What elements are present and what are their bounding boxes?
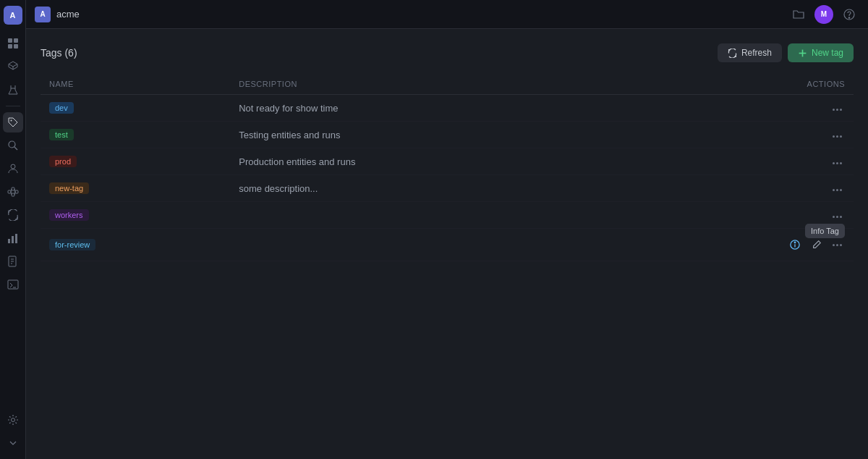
sidebar-item-search[interactable] bbox=[3, 135, 23, 156]
tag-actions-menu bbox=[830, 159, 845, 167]
table-header-row: Name Description Actions bbox=[41, 74, 854, 95]
topbar-folder-button[interactable] bbox=[788, 4, 809, 25]
topbar-help-button[interactable] bbox=[839, 4, 859, 25]
tag-name-cell: new-tag bbox=[41, 175, 230, 202]
sidebar-item-refresh[interactable] bbox=[3, 205, 23, 225]
table-row: for-reviewInfo Tag bbox=[41, 229, 854, 261]
info-tag-button[interactable] bbox=[786, 236, 804, 253]
svg-rect-1 bbox=[14, 38, 18, 43]
svg-rect-19 bbox=[12, 236, 14, 243]
plus-icon bbox=[798, 49, 807, 58]
edit-tag-button[interactable] bbox=[808, 236, 825, 253]
tag-name-cell: test bbox=[41, 122, 230, 148]
svg-line-17 bbox=[14, 192, 15, 195]
sidebar-item-dashboard[interactable] bbox=[3, 33, 23, 54]
col-header-description: Description bbox=[230, 74, 628, 95]
page-header: Tags (6) Refresh New tag bbox=[41, 43, 854, 62]
three-dots-menu[interactable] bbox=[830, 213, 845, 221]
tag-description-cell bbox=[230, 229, 628, 261]
three-dots-menu[interactable] bbox=[830, 106, 845, 114]
tag-actions-menu bbox=[830, 213, 845, 221]
svg-point-29 bbox=[848, 17, 849, 17]
svg-rect-0 bbox=[8, 38, 12, 43]
tag-name-cell: prod bbox=[41, 148, 230, 175]
table-row: workers bbox=[41, 202, 854, 229]
svg-point-7 bbox=[9, 141, 15, 148]
col-header-name: Name bbox=[41, 74, 230, 95]
tag-description-cell: Not ready for show time bbox=[230, 95, 628, 122]
svg-line-14 bbox=[11, 189, 12, 192]
tag-actions-cell bbox=[628, 202, 854, 229]
tags-table: Name Description Actions devNot ready fo… bbox=[41, 74, 854, 261]
sidebar-item-users[interactable] bbox=[3, 159, 23, 179]
new-tag-button[interactable]: New tag bbox=[788, 43, 854, 62]
tag-badge: for-review bbox=[49, 239, 95, 250]
table-row: testTesting entities and runs bbox=[41, 122, 854, 148]
tag-description-cell bbox=[230, 202, 628, 229]
main-panel: A acme M Tags (6) Refresh New tag bbox=[26, 0, 868, 459]
tag-description-cell: Testing entities and runs bbox=[230, 122, 628, 148]
svg-line-8 bbox=[14, 147, 17, 150]
sidebar-bottom bbox=[3, 410, 23, 453]
svg-point-6 bbox=[10, 120, 12, 122]
svg-rect-10 bbox=[8, 190, 11, 193]
tooltip-container: Info Tag bbox=[830, 241, 845, 249]
svg-line-16 bbox=[14, 189, 15, 192]
topbar-user-avatar[interactable]: M bbox=[814, 5, 833, 24]
tag-badge: test bbox=[49, 129, 74, 140]
svg-rect-11 bbox=[12, 188, 14, 190]
refresh-button[interactable]: Refresh bbox=[718, 43, 782, 62]
page-actions: Refresh New tag bbox=[718, 43, 854, 62]
three-dots-menu[interactable] bbox=[830, 186, 845, 194]
svg-rect-12 bbox=[12, 193, 14, 196]
sidebar-item-reports[interactable] bbox=[3, 251, 23, 271]
tag-description-cell: some description... bbox=[230, 175, 628, 202]
col-header-actions: Actions bbox=[628, 74, 854, 95]
tag-name-cell: for-review bbox=[41, 229, 230, 261]
tag-description-cell: Production entities and runs bbox=[230, 148, 628, 175]
sidebar-item-terminal[interactable] bbox=[3, 274, 23, 295]
tag-description: Testing entities and runs bbox=[239, 130, 340, 140]
svg-point-34 bbox=[794, 242, 795, 243]
svg-rect-18 bbox=[8, 239, 10, 243]
sidebar-item-models[interactable] bbox=[3, 56, 23, 77]
sidebar-item-experiments[interactable] bbox=[3, 80, 23, 100]
tag-actions-cell: Info Tag bbox=[628, 229, 854, 261]
tag-actions-cell bbox=[628, 175, 854, 202]
sidebar-item-pipelines[interactable] bbox=[3, 182, 23, 202]
tag-badge: workers bbox=[49, 209, 89, 221]
tag-description: some description... bbox=[239, 183, 318, 194]
tag-description: Not ready for show time bbox=[239, 103, 338, 114]
table-row: prodProduction entities and runs bbox=[41, 148, 854, 175]
sidebar: A bbox=[0, 0, 26, 459]
sidebar-item-tags[interactable] bbox=[3, 112, 23, 132]
sidebar-item-analytics[interactable] bbox=[3, 228, 23, 248]
sidebar-item-settings[interactable] bbox=[3, 410, 23, 430]
svg-point-9 bbox=[11, 164, 15, 169]
app-logo: A bbox=[4, 6, 22, 25]
tag-name-cell: dev bbox=[41, 95, 230, 122]
svg-rect-20 bbox=[15, 234, 17, 243]
three-dots-menu[interactable] bbox=[830, 159, 845, 167]
topbar: A acme M bbox=[26, 0, 868, 29]
sidebar-item-expand[interactable] bbox=[3, 433, 23, 453]
table-row: new-tagsome description... bbox=[41, 175, 854, 202]
svg-rect-13 bbox=[15, 190, 18, 193]
topbar-logo: A bbox=[35, 7, 51, 22]
tag-actions-cell bbox=[628, 95, 854, 122]
page-title: Tags (6) bbox=[41, 47, 77, 59]
tag-actions-menu bbox=[830, 186, 845, 194]
app-name: acme bbox=[56, 9, 80, 20]
new-tag-label: New tag bbox=[812, 48, 843, 58]
tag-actions-cell bbox=[628, 148, 854, 175]
tag-actions-menu bbox=[830, 106, 845, 114]
three-dots-menu[interactable] bbox=[830, 241, 845, 249]
sidebar-divider-1 bbox=[6, 106, 20, 106]
tag-badge: prod bbox=[49, 156, 77, 167]
refresh-icon bbox=[728, 49, 737, 58]
tag-badge: new-tag bbox=[49, 182, 89, 194]
svg-line-15 bbox=[11, 192, 12, 195]
three-dots-menu[interactable] bbox=[830, 132, 845, 140]
tag-description: Production entities and runs bbox=[239, 156, 355, 167]
tag-actions-cell bbox=[628, 122, 854, 148]
